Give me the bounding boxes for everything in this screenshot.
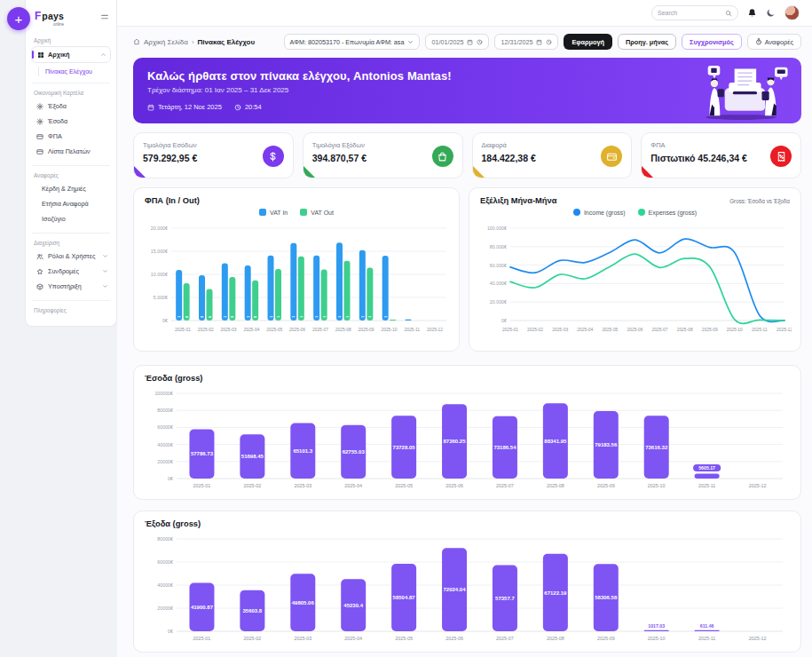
sidebar-item-κέρδη-ζημιές[interactable]: Κέρδη & Ζημιές: [31, 181, 111, 196]
expenses-chart-title: Έξοδα (gross): [145, 519, 790, 528]
toolbar-row: Αρχική Σελίδα › Πίνακας Ελέγχου ΑΦΜ: 802…: [133, 30, 801, 53]
expenses-bar-chart: 0€20000€40000€60000€80000€2025-0141900.8…: [145, 532, 792, 644]
dark-mode-moon-icon[interactable]: [766, 8, 776, 18]
sidebar-item-αρχική[interactable]: Αρχική: [31, 46, 111, 63]
sidebar-item-συνδρομές[interactable]: Συνδρομές: [31, 264, 111, 279]
card-icon: [36, 133, 43, 140]
svg-text:2025-09: 2025-09: [597, 483, 615, 488]
sidebar-item-πίνακας-ελέγχου[interactable]: Πίνακας Ελέγχου: [38, 67, 111, 76]
reports-button[interactable]: Αναφορές: [747, 34, 801, 50]
breadcrumb: Αρχική Σελίδα › Πίνακας Ελέγχου: [133, 38, 255, 46]
evolution-chart-card: Εξέλιξη Μήνα-Μήνα Gross: Έσοδα vs Έξοδα …: [469, 187, 801, 352]
date-from-value: 01/01/2025: [431, 38, 463, 46]
sidebar-item-ρόλοι-χρήστες[interactable]: Ρόλοι & Χρήστες: [31, 249, 111, 264]
svg-text:35603.8: 35603.8: [243, 608, 263, 613]
date-to-input[interactable]: 12/31/2025: [494, 34, 558, 50]
svg-text:2025-07: 2025-07: [652, 328, 668, 332]
svg-text:62755.03: 62755.03: [343, 449, 366, 455]
svg-text:2025-04: 2025-04: [577, 328, 593, 332]
search-input[interactable]: [658, 10, 720, 16]
sidebar: F pays online ΑρχικήΑρχικήΠίνακας Ελέγχο…: [25, 0, 117, 327]
sidebar-item-έξοδα[interactable]: Έξοδα: [31, 99, 111, 114]
svg-text:2025-11: 2025-11: [698, 636, 715, 641]
logo-sub: online: [42, 22, 64, 27]
sidebar-item-ισοζύγιο[interactable]: Ισοζύγιο: [31, 211, 111, 226]
calendar-icon[interactable]: [467, 39, 473, 45]
quick-add-button[interactable]: +: [7, 7, 30, 30]
user-avatar[interactable]: [784, 5, 800, 20]
home-icon: [133, 38, 140, 45]
svg-text:40.000€: 40.000€: [490, 281, 507, 286]
vat-chart-title: ΦΠΑ (In / Out): [145, 196, 448, 205]
clock-icon[interactable]: [477, 39, 483, 45]
bag-icon: [432, 146, 453, 167]
svg-text:20.000€: 20.000€: [151, 226, 168, 231]
afm-select[interactable]: ΑΦΜ: 802053170 - Επωνυμία ΑΦΜ: asa: [284, 34, 421, 50]
sidebar-section-label: Οικονομική Καρτέλα: [34, 90, 109, 96]
users-icon: [36, 253, 43, 260]
svg-text:2025-06: 2025-06: [289, 328, 305, 332]
date-from-input[interactable]: 01/01/2025: [425, 34, 489, 50]
svg-text:2025-10: 2025-10: [648, 636, 666, 641]
sidebar-item-ετήσια-αναφορά[interactable]: Ετήσια Αναφορά: [31, 196, 111, 211]
svg-text:100000€: 100000€: [154, 391, 173, 396]
reports-button-label: Αναφορές: [765, 38, 793, 46]
svg-text:80000€: 80000€: [157, 408, 173, 413]
chevron-down-icon: [102, 253, 108, 259]
legend-item[interactable]: Income (gross): [573, 209, 626, 216]
svg-text:80.000€: 80.000€: [490, 244, 507, 249]
stat-corner-accent: [304, 166, 315, 178]
svg-text:73728.05: 73728.05: [393, 445, 416, 450]
search-box[interactable]: [651, 5, 738, 20]
prev-month-button[interactable]: Προηγ. μήνας: [618, 34, 676, 50]
svg-text:2025-11: 2025-11: [752, 328, 768, 332]
svg-text:2025-06: 2025-06: [445, 636, 463, 641]
svg-text:2025-04: 2025-04: [344, 636, 362, 641]
svg-text:2025-02: 2025-02: [243, 483, 261, 488]
stat-label: Τιμολόγια Εξόδων: [312, 141, 453, 149]
svg-text:40000€: 40000€: [157, 582, 173, 588]
app-logo[interactable]: F pays online: [35, 7, 64, 27]
stat-label: ΦΠΑ: [650, 141, 792, 149]
clock-icon[interactable]: [546, 39, 552, 45]
svg-text:2025-05: 2025-05: [395, 483, 413, 488]
svg-text:0€: 0€: [501, 318, 507, 323]
calendar-icon[interactable]: [536, 39, 542, 45]
svg-text:49805.06: 49805.06: [292, 600, 315, 606]
sidebar-item-υποστήριξη[interactable]: Υποστήριξη: [31, 279, 111, 294]
date-to-value: 12/31/2025: [501, 38, 532, 46]
sidebar-item-έσοδα[interactable]: Έσοδα: [31, 114, 111, 129]
logo-name: pays: [42, 11, 64, 21]
svg-text:2025-08: 2025-08: [677, 328, 693, 332]
svg-text:15.000€: 15.000€: [151, 249, 168, 254]
svg-text:73616.32: 73616.32: [645, 445, 668, 450]
chevron-up-icon: [100, 51, 106, 58]
svg-text:100.000€: 100.000€: [487, 226, 507, 231]
svg-text:2025-10: 2025-10: [648, 483, 666, 488]
svg-text:5.000€: 5.000€: [154, 295, 168, 300]
svg-text:2025-12: 2025-12: [777, 328, 792, 332]
income-chart-card: Έσοδα (gross) 0€20000€40000€60000€80000€…: [133, 365, 801, 500]
stat-card-1: Τιμολόγια Εξόδων394.870,57 €: [303, 132, 463, 178]
legend-item[interactable]: VAT Out: [300, 209, 334, 216]
hamburger-icon[interactable]: [100, 9, 109, 25]
legend-item[interactable]: VAT In: [259, 209, 288, 216]
svg-text:2025-03: 2025-03: [221, 328, 237, 332]
sidebar-item-λίστα-πελατών[interactable]: Λίστα Πελατών: [31, 144, 111, 159]
income-bar-chart: 0€20000€40000€60000€80000€100000€2025-01…: [145, 386, 792, 491]
breadcrumb-home[interactable]: Αρχική Σελίδα: [144, 38, 188, 46]
stat-label: Τιμολόγια Εσόδων: [143, 141, 284, 149]
apply-button[interactable]: Εφαρμογή: [564, 34, 612, 50]
svg-text:65101.3: 65101.3: [293, 448, 312, 454]
stat-card-3: ΦΠΑΠιστωτικό 45.246,34 €: [641, 132, 801, 178]
svg-text:2025-11: 2025-11: [404, 328, 420, 332]
stat-corner-accent: [134, 166, 146, 178]
svg-text:2025-12: 2025-12: [749, 636, 767, 641]
legend-item[interactable]: Expenses (gross): [638, 209, 697, 216]
notifications-bell-icon[interactable]: [747, 8, 757, 18]
svg-text:80000€: 80000€: [157, 536, 173, 542]
sidebar-item-φπα[interactable]: ΦΠΑ: [31, 129, 111, 144]
svg-text:611.46: 611.46: [700, 623, 714, 629]
sync-button[interactable]: Συγχρονισμός: [682, 34, 742, 50]
svg-text:2025-01: 2025-01: [175, 328, 191, 332]
